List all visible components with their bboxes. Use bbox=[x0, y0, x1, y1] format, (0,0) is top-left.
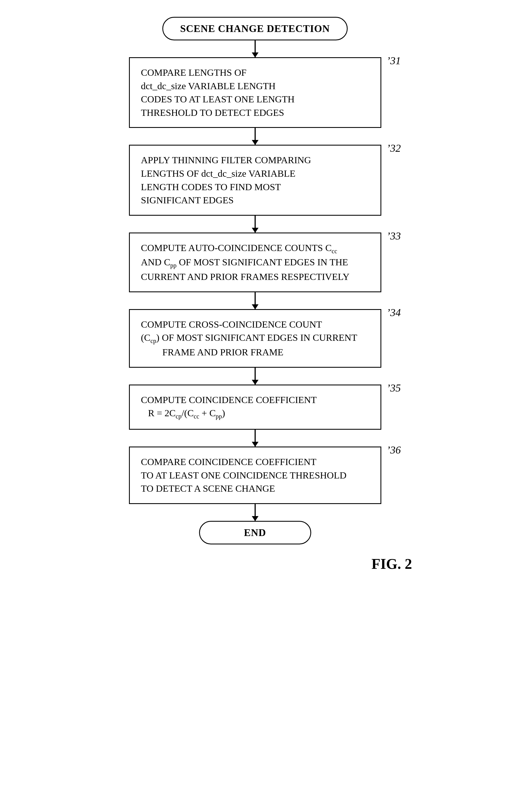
step-35-box: COMPUTE COINCIDENCE COEFFICIENT R = 2Ccp… bbox=[129, 384, 381, 430]
step-31-row: COMPARE LENGTHS OF dct_dc_size VARIABLE … bbox=[87, 57, 423, 128]
end-node: END bbox=[199, 521, 311, 544]
arrow-2 bbox=[254, 216, 256, 233]
arrow-1 bbox=[254, 128, 256, 145]
arrow-6 bbox=[254, 504, 256, 521]
figure-label: FIG. 2 bbox=[371, 556, 412, 572]
start-label: SCENE CHANGE DETECTION bbox=[180, 23, 330, 34]
step-32-label: ’32 bbox=[387, 142, 401, 154]
step-35-row: COMPUTE COINCIDENCE COEFFICIENT R = 2Ccp… bbox=[87, 384, 423, 430]
step-34-row: COMPUTE CROSS-COINCIDENCE COUNT (Ccp) OF… bbox=[87, 309, 423, 368]
step-33-box: COMPUTE AUTO-COINCIDENCE COUNTS Ccc AND … bbox=[129, 233, 381, 292]
step-36-row: COMPARE COINCIDENCE COEFFICIENT TO AT LE… bbox=[87, 446, 423, 504]
end-label: END bbox=[244, 527, 266, 538]
arrow-3 bbox=[254, 292, 256, 309]
arrow-5 bbox=[254, 430, 256, 446]
step-31-label: ’31 bbox=[387, 54, 401, 67]
step-32-box: APPLY THINNING FILTER COMPARING LENGTHS … bbox=[129, 145, 381, 215]
step-33-row: COMPUTE AUTO-COINCIDENCE COUNTS Ccc AND … bbox=[87, 233, 423, 292]
arrow-4 bbox=[254, 368, 256, 384]
step-33-label: ’33 bbox=[387, 230, 401, 242]
arrow-0 bbox=[254, 40, 256, 57]
step-31-box: COMPARE LENGTHS OF dct_dc_size VARIABLE … bbox=[129, 57, 381, 128]
step-34-box: COMPUTE CROSS-COINCIDENCE COUNT (Ccp) OF… bbox=[129, 309, 381, 368]
step-32-row: APPLY THINNING FILTER COMPARING LENGTHS … bbox=[87, 145, 423, 215]
step-36-box: COMPARE COINCIDENCE COEFFICIENT TO AT LE… bbox=[129, 446, 381, 504]
step-34-label: ’34 bbox=[387, 306, 401, 319]
start-node: SCENE CHANGE DETECTION bbox=[162, 17, 348, 40]
step-36-label: ’36 bbox=[387, 444, 401, 456]
flowchart: SCENE CHANGE DETECTION COMPARE LENGTHS O… bbox=[87, 17, 423, 572]
step-35-label: ’35 bbox=[387, 382, 401, 394]
